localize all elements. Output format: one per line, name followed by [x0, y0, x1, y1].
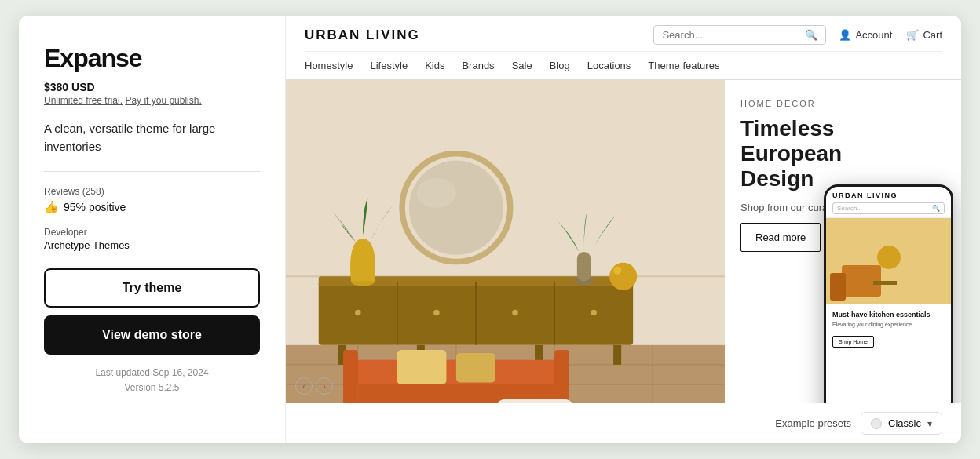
- account-button[interactable]: 👤 Account: [839, 29, 892, 41]
- mobile-inner: URBAN LIVING Search... 🔍: [826, 187, 951, 425]
- mobile-logo: URBAN LIVING: [832, 191, 945, 199]
- developer-label: Developer: [44, 227, 260, 238]
- bottom-bar: Example presets Classic ▾: [286, 403, 961, 443]
- theme-price: $380 USD: [44, 81, 260, 93]
- theme-description: A clean, versatile theme for large inven…: [44, 120, 260, 155]
- trial-text: Unlimited free trial.: [44, 95, 122, 106]
- thumbs-up-icon: 👍: [44, 200, 59, 214]
- svg-rect-13: [613, 345, 621, 365]
- hero-heading-line1: Timeless: [740, 116, 945, 141]
- account-label: Account: [855, 29, 892, 41]
- nav-kids[interactable]: Kids: [425, 60, 444, 71]
- svg-rect-38: [456, 353, 495, 383]
- svg-point-22: [591, 310, 597, 316]
- store-logo: URBAN LIVING: [305, 27, 641, 43]
- store-nav: URBAN LIVING 🔍 👤 Account 🛒 Cart: [286, 16, 961, 80]
- try-theme-button[interactable]: Try theme: [44, 268, 260, 308]
- svg-point-29: [609, 263, 637, 290]
- version: Version 5.2.5: [124, 382, 179, 393]
- store-menu: Homestyle Lifestyle Kids Brands Sale Blo…: [305, 52, 942, 79]
- nav-blog[interactable]: Blog: [550, 60, 570, 71]
- svg-point-21: [512, 310, 518, 316]
- svg-rect-34: [554, 350, 569, 404]
- last-updated: Last updated Sep 16, 2024: [95, 367, 208, 378]
- reviews-positive: 👍 95% positive: [44, 200, 260, 214]
- svg-point-42: [877, 246, 901, 269]
- furniture-scene: [286, 80, 725, 443]
- trial-pay-text: Pay if you publish.: [125, 95, 201, 106]
- mobile-hero-image: [826, 218, 951, 304]
- svg-point-25: [417, 178, 456, 208]
- view-demo-button[interactable]: View demo store: [44, 315, 260, 355]
- store-icons: 👤 Account 🛒 Cart: [839, 29, 942, 41]
- nav-homestyle[interactable]: Homestyle: [305, 60, 353, 71]
- search-bar[interactable]: 🔍: [653, 25, 826, 45]
- mobile-card-desc: Elevating your dining experience.: [832, 321, 945, 329]
- nav-sale[interactable]: Sale: [512, 60, 532, 71]
- hero-image-area: [286, 80, 725, 443]
- search-input[interactable]: [662, 29, 800, 41]
- left-panel: Expanse $380 USD Unlimited free trial. P…: [19, 16, 286, 443]
- nav-locations[interactable]: Locations: [587, 60, 631, 71]
- mobile-overlay: URBAN LIVING Search... 🔍: [824, 184, 953, 428]
- svg-rect-37: [397, 350, 447, 384]
- account-icon: 👤: [839, 29, 851, 41]
- scroll-right-button[interactable]: ›: [316, 377, 333, 395]
- svg-point-20: [433, 310, 440, 316]
- preset-selector[interactable]: Classic ▾: [861, 412, 942, 435]
- reviews-label: Reviews (258): [44, 186, 260, 197]
- preset-color-dot: [871, 418, 882, 429]
- theme-title: Expanse: [44, 44, 260, 73]
- search-icon: 🔍: [805, 29, 817, 41]
- hero-tag: HOME DECOR: [740, 99, 945, 108]
- mobile-topbar: URBAN LIVING Search... 🔍: [826, 187, 951, 218]
- trial-info: Unlimited free trial. Pay if you publish…: [44, 95, 260, 106]
- mobile-text-block: Must-have kitchen essentials Elevating y…: [826, 304, 951, 354]
- store-topbar: URBAN LIVING 🔍 👤 Account 🛒 Cart: [305, 16, 942, 52]
- hero-read-more-button[interactable]: Read more: [740, 223, 821, 252]
- svg-point-24: [409, 161, 503, 255]
- nav-lifestyle[interactable]: Lifestyle: [370, 60, 408, 71]
- nav-brands[interactable]: Brands: [462, 60, 494, 71]
- developer-link[interactable]: Archetype Themes: [44, 239, 260, 251]
- hero-heading: Timeless European Design: [740, 116, 945, 192]
- svg-rect-41: [830, 273, 846, 301]
- nav-theme-features[interactable]: Theme features: [648, 60, 719, 71]
- cart-icon: 🛒: [906, 29, 919, 41]
- mobile-card-title: Must-have kitchen essentials: [832, 311, 945, 319]
- mobile-search: Search... 🔍: [832, 202, 945, 214]
- mobile-content: Must-have kitchen essentials Elevating y…: [826, 218, 951, 425]
- cart-label: Cart: [923, 29, 942, 41]
- scroll-left-button[interactable]: ‹: [295, 377, 313, 395]
- mobile-card-btn[interactable]: Shop Home: [832, 336, 874, 348]
- svg-point-19: [355, 310, 361, 316]
- preview-content: HOME DECOR Timeless European Design Shop…: [286, 80, 961, 443]
- chevron-down-icon: ▾: [927, 418, 932, 429]
- svg-point-30: [613, 267, 621, 275]
- right-panel: URBAN LIVING 🔍 👤 Account 🛒 Cart: [286, 16, 961, 443]
- svg-rect-28: [577, 252, 591, 282]
- main-container: Expanse $380 USD Unlimited free trial. P…: [19, 16, 961, 443]
- mobile-search-icon: 🔍: [932, 205, 940, 212]
- reviews-positive-text: 95% positive: [64, 201, 126, 213]
- svg-rect-33: [343, 350, 358, 404]
- cart-button[interactable]: 🛒 Cart: [906, 29, 942, 41]
- hero-heading-line2: European: [740, 141, 945, 166]
- update-info: Last updated Sep 16, 2024 Version 5.2.5: [44, 366, 260, 395]
- svg-rect-43: [873, 281, 897, 285]
- preset-label: Classic: [888, 417, 921, 429]
- divider: [44, 171, 260, 172]
- mobile-search-placeholder: Search...: [837, 205, 932, 212]
- scroll-controls: ‹ ›: [295, 377, 333, 395]
- example-presets-label: Example presets: [775, 417, 851, 429]
